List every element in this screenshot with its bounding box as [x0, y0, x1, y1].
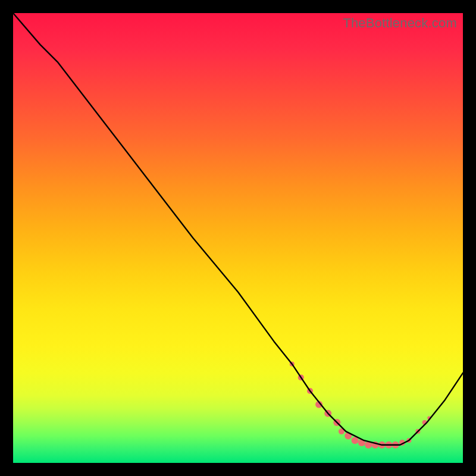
chart-svg — [13, 13, 463, 463]
dot-layer — [290, 362, 431, 449]
chart-plot-area: TheBottleneck.com — [13, 13, 463, 463]
chart-stage: TheBottleneck.com — [0, 0, 476, 476]
bottleneck-curve — [13, 13, 463, 445]
